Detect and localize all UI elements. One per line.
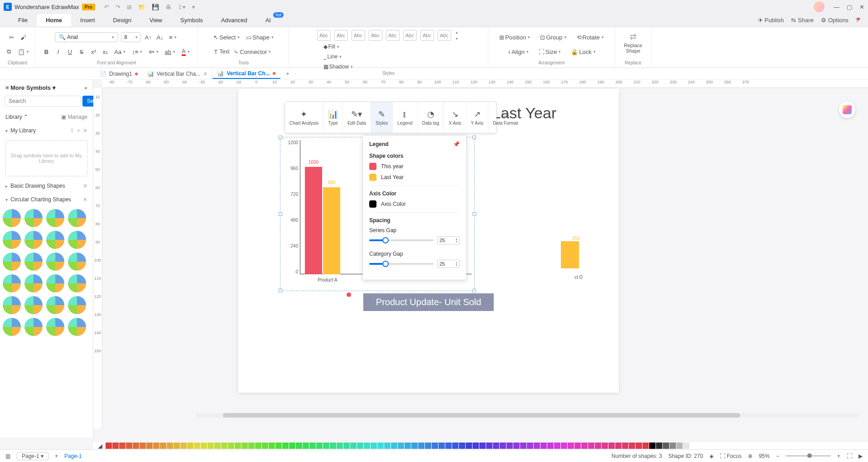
color-swatch[interactable] — [160, 443, 166, 449]
position-dropdown[interactable]: ⊞ Position — [497, 33, 532, 42]
color-swatch[interactable] — [418, 443, 424, 449]
color-swatch[interactable] — [194, 443, 200, 449]
color-swatch[interactable] — [180, 443, 187, 449]
open-icon[interactable]: 📁 — [138, 4, 145, 10]
chart-analysis-button[interactable]: ✦Chart Analysis — [285, 102, 323, 133]
circular-shape-item[interactable] — [46, 209, 64, 227]
color-swatch[interactable] — [221, 443, 227, 449]
zoom-slider[interactable] — [786, 455, 831, 457]
color-swatch[interactable] — [595, 443, 601, 449]
decrease-font-icon[interactable]: A↓ — [155, 33, 164, 42]
styles-gallery[interactable]: Abc Abc Abc Abc Abc Abc Abc Abc ▴ ▾ ◆ Fi… — [316, 30, 461, 71]
group-dropdown[interactable]: ⊡ Group — [538, 33, 568, 42]
redo-icon[interactable]: ↷ — [116, 4, 121, 10]
color-swatch-axis[interactable] — [369, 200, 376, 208]
circular-shape-item[interactable] — [68, 209, 86, 227]
color-swatch[interactable] — [146, 443, 153, 449]
circular-shape-item[interactable] — [68, 253, 86, 271]
color-swatch[interactable] — [683, 443, 690, 449]
new-icon[interactable]: ⊞ — [127, 4, 132, 10]
doc-tab-2[interactable]: 📊 Vertical Bar Cha... ✕ — [143, 69, 213, 78]
color-swatch[interactable] — [513, 443, 520, 449]
color-swatch[interactable] — [153, 443, 159, 449]
collapse-panel-icon[interactable]: « — [84, 84, 87, 91]
color-swatch[interactable] — [466, 443, 472, 449]
menu-design[interactable]: Design — [104, 14, 140, 26]
color-swatch[interactable] — [289, 443, 295, 449]
style-item[interactable]: Abc — [334, 30, 348, 41]
doc-tab-1[interactable]: 📄 Drawing1 — [95, 69, 143, 78]
line-dropdown[interactable]: ⎯ Line — [322, 53, 355, 61]
menu-view[interactable]: View — [140, 14, 171, 26]
style-item[interactable]: Abc — [403, 30, 417, 41]
undo-icon[interactable]: ↶ — [104, 4, 109, 10]
chart-type-button[interactable]: 📊Type — [323, 102, 343, 133]
color-swatch[interactable] — [106, 443, 112, 449]
color-swatch[interactable] — [275, 443, 282, 449]
fill-tool-icon[interactable]: ◢ — [98, 443, 102, 449]
my-library-section[interactable]: My Library ⇪ + ✕ — [0, 124, 93, 137]
more-symbols-dropdown[interactable]: More Symbols ▾ — [10, 84, 55, 91]
align-dropdown[interactable]: ⫞ Align — [506, 48, 530, 56]
color-swatch[interactable] — [405, 443, 411, 449]
lib-import-icon[interactable]: ⇪ — [70, 127, 74, 134]
color-swatch[interactable] — [568, 443, 574, 449]
color-swatch[interactable] — [486, 443, 492, 449]
circular-shape-item[interactable] — [3, 274, 21, 292]
color-swatch[interactable] — [262, 443, 268, 449]
color-swatch[interactable] — [174, 443, 180, 449]
copy-icon[interactable]: ⧉ — [4, 47, 13, 56]
rotate-dropdown[interactable]: ⟲ Rotate — [575, 33, 606, 42]
circular-shape-item[interactable] — [24, 274, 43, 292]
color-swatch[interactable] — [534, 443, 540, 449]
category-gap-input[interactable]: 25▴▾ — [437, 260, 460, 268]
series-color-row[interactable]: Last Year — [369, 174, 460, 181]
color-swatch[interactable] — [391, 443, 397, 449]
style-item[interactable]: Abc — [438, 30, 451, 41]
color-swatch[interactable] — [248, 443, 255, 449]
add-page-button[interactable]: + — [55, 453, 58, 459]
color-swatch[interactable] — [622, 443, 628, 449]
page-layout-icon[interactable]: ▥ — [5, 453, 10, 459]
series-gap-slider[interactable] — [369, 239, 434, 241]
user-avatar[interactable] — [814, 1, 825, 12]
circular-shape-item[interactable] — [24, 253, 43, 271]
maximize-icon[interactable]: ▢ — [847, 4, 852, 10]
print-icon[interactable]: 🖶 — [165, 4, 171, 10]
basic-shapes-section[interactable]: Basic Drawing Shapes✕ — [0, 179, 93, 193]
highlight-dropdown[interactable]: ab — [163, 48, 177, 56]
paste-dropdown[interactable]: 📋 — [16, 48, 31, 56]
strikethrough-icon[interactable]: S̶ — [77, 47, 86, 56]
color-swatch[interactable] — [282, 443, 289, 449]
circular-shapes-section[interactable]: Circular Charting Shapes✕ — [0, 193, 93, 206]
x-axis-button[interactable]: ↘X Axis — [444, 102, 466, 133]
circular-shape-item[interactable] — [46, 318, 64, 336]
lib-close-icon[interactable]: ✕ — [83, 127, 87, 134]
options-button[interactable]: ⚙ Options — [821, 17, 849, 24]
color-swatch[interactable] — [506, 443, 513, 449]
color-swatch[interactable] — [269, 443, 275, 449]
color-swatch[interactable] — [371, 443, 377, 449]
bold-icon[interactable]: B — [42, 47, 51, 56]
color-swatch[interactable] — [561, 443, 567, 449]
export-icon[interactable]: ⇪▾ — [178, 4, 186, 10]
color-swatch[interactable] — [119, 443, 125, 449]
menu-advanced[interactable]: Advanced — [212, 14, 256, 26]
page-selector[interactable]: Page-1 ▾ — [17, 452, 48, 460]
color-swatch[interactable] — [343, 443, 350, 449]
section-close-icon[interactable]: ✕ — [83, 183, 87, 189]
color-swatch[interactable] — [235, 443, 241, 449]
color-swatch[interactable] — [670, 443, 676, 449]
styles-down-icon[interactable]: ▾ — [456, 36, 458, 41]
color-swatch[interactable] — [540, 443, 547, 449]
text-align-dropdown[interactable]: ≡ — [167, 33, 178, 42]
circular-shape-item[interactable] — [68, 231, 86, 249]
fit-icon[interactable]: ⊕ — [748, 453, 752, 459]
axis-color-row[interactable]: Axis Color — [369, 200, 460, 208]
connector-tool[interactable]: ⤷ Connector — [232, 48, 273, 56]
menu-home[interactable]: Home — [37, 14, 71, 26]
color-swatch[interactable] — [411, 443, 418, 449]
color-swatch[interactable] — [357, 443, 363, 449]
manage-button[interactable]: ▣ Manage — [61, 114, 87, 120]
zoom-level[interactable]: 95% — [759, 453, 770, 459]
